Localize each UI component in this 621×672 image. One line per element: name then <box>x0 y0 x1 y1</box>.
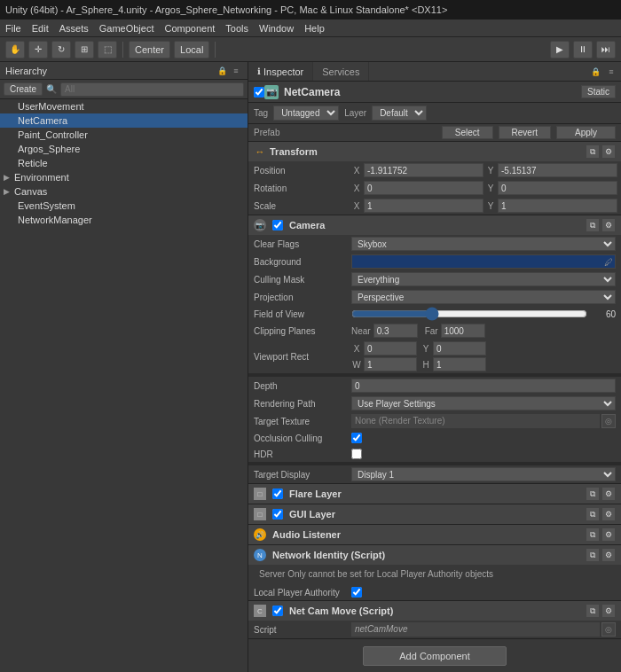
target-texture-pick-icon[interactable]: ◎ <box>601 414 616 428</box>
net-cam-move-header[interactable]: C Net Cam Move (Script) ⧉ ⚙ <box>248 601 621 621</box>
audio-copy-icon[interactable]: ⧉ <box>586 527 600 542</box>
scale-x-input[interactable] <box>364 199 483 213</box>
scale-tool-icon[interactable]: ⊞ <box>75 41 94 59</box>
hierarchy-item-networkmanager[interactable]: NetworkManager <box>0 213 248 227</box>
hdr-checkbox[interactable] <box>351 449 362 459</box>
rendering-select[interactable]: Use Player Settings <box>351 396 616 410</box>
far-input[interactable] <box>441 324 485 338</box>
local-player-checkbox[interactable] <box>351 587 362 598</box>
tab-services[interactable]: Services <box>313 62 369 81</box>
netcammove-enabled-checkbox[interactable] <box>272 606 283 616</box>
menu-window[interactable]: Window <box>259 23 294 34</box>
hierarchy-item-eventsystem[interactable]: EventSystem <box>0 199 248 213</box>
camera-header[interactable]: 📷 Camera ⧉ ⚙ <box>248 215 621 235</box>
network-identity-header[interactable]: N Network Identity (Script) ⧉ ⚙ <box>248 545 621 565</box>
hierarchy-item-argossphere[interactable]: Argos_Sphere <box>0 142 248 156</box>
menu-tools[interactable]: Tools <box>225 23 248 34</box>
menu-assets[interactable]: Assets <box>59 23 89 34</box>
camera-enabled-checkbox[interactable] <box>272 220 283 231</box>
fov-slider[interactable] <box>351 309 587 319</box>
network-copy-icon[interactable]: ⧉ <box>586 548 600 562</box>
camera-copy-icon[interactable]: ⧉ <box>586 218 600 232</box>
pause-icon[interactable]: ⏸ <box>573 41 593 59</box>
network-settings-icon[interactable]: ⚙ <box>601 548 616 562</box>
script-pick-icon[interactable]: ◎ <box>601 622 616 637</box>
projection-select[interactable]: Perspective <box>351 290 616 304</box>
background-color-field[interactable]: 🖊 <box>351 254 616 269</box>
hierarchy-item-netcamera[interactable]: NetCamera <box>0 113 248 128</box>
menu-file[interactable]: File <box>5 23 21 34</box>
transform-settings-icon[interactable]: ⚙ <box>601 145 616 159</box>
object-name[interactable]: NetCamera <box>284 86 581 98</box>
rotation-x-input[interactable] <box>364 181 483 195</box>
hierarchy-item-usermovement[interactable]: UserMovement <box>0 99 248 113</box>
gui-layer-header[interactable]: □ GUI Layer ⧉ ⚙ <box>248 504 621 524</box>
hierarchy-item-environment[interactable]: ▶ Environment <box>0 170 248 184</box>
viewport-x-input[interactable] <box>364 341 417 356</box>
gui-title: GUI Layer <box>289 509 582 520</box>
target-display-select[interactable]: Display 1 <box>351 467 616 481</box>
layer-select[interactable]: Default <box>372 105 427 121</box>
gui-copy-icon[interactable]: ⧉ <box>586 507 600 521</box>
position-x-input[interactable] <box>364 163 483 177</box>
flare-layer-header[interactable]: □ Flare Layer ⧉ ⚙ <box>248 484 621 504</box>
culling-mask-select[interactable]: Everything <box>351 272 616 286</box>
audio-settings-icon[interactable]: ⚙ <box>601 527 616 542</box>
flare-icon: □ <box>254 488 266 500</box>
prefab-revert-button[interactable]: Revert <box>499 126 551 139</box>
tag-select[interactable]: Untagged <box>273 105 339 121</box>
add-component-button[interactable]: Add Component <box>363 646 507 666</box>
hierarchy-lock-icon[interactable]: 🔒 <box>216 65 228 77</box>
gui-settings-icon[interactable]: ⚙ <box>601 507 616 521</box>
play-icon[interactable]: ▶ <box>550 41 570 59</box>
target-texture-value: None (Render Texture) ◎ <box>351 414 616 428</box>
static-button[interactable]: Static <box>581 85 616 98</box>
occlusion-checkbox[interactable] <box>351 433 362 443</box>
hierarchy-item-canvas[interactable]: ▶ Canvas <box>0 184 248 199</box>
move-tool-icon[interactable]: ✛ <box>28 41 48 59</box>
depth-input[interactable] <box>351 379 616 393</box>
viewport-y-input[interactable] <box>433 341 486 356</box>
scale-y-input[interactable] <box>498 199 617 213</box>
rect-tool-icon[interactable]: ⬚ <box>98 41 117 59</box>
vp-x-label: X <box>351 344 362 354</box>
hierarchy-create-button[interactable]: Create <box>4 82 43 96</box>
fov-value: 60 <box>351 309 616 319</box>
flare-copy-icon[interactable]: ⧉ <box>586 487 600 501</box>
hierarchy-item-paintcontroller[interactable]: Paint_Controller <box>0 128 248 142</box>
netcammove-copy-icon[interactable]: ⧉ <box>586 604 600 618</box>
rotation-y-input[interactable] <box>498 181 617 195</box>
flare-enabled-checkbox[interactable] <box>272 488 283 499</box>
audio-listener-header[interactable]: 🔊 Audio Listener ⧉ ⚙ <box>248 525 621 544</box>
position-y-input[interactable] <box>498 163 617 177</box>
prefab-select-button[interactable]: Select <box>442 126 493 139</box>
hierarchy-item-reticle[interactable]: Reticle <box>0 156 248 170</box>
object-active-checkbox[interactable] <box>254 87 264 98</box>
menu-component[interactable]: Component <box>164 23 215 34</box>
transform-header[interactable]: ↔ Transform ⧉ ⚙ <box>248 142 621 161</box>
flare-settings-icon[interactable]: ⚙ <box>601 487 616 501</box>
menu-edit[interactable]: Edit <box>32 23 49 34</box>
gui-enabled-checkbox[interactable] <box>272 509 283 520</box>
clear-flags-select[interactable]: Skybox <box>351 237 616 251</box>
viewport-w-input[interactable] <box>364 357 417 371</box>
near-input[interactable] <box>373 324 418 338</box>
local-button[interactable]: Local <box>174 41 209 59</box>
prefab-apply-button[interactable]: Apply <box>556 126 616 139</box>
hierarchy-search-input[interactable] <box>60 82 244 97</box>
viewport-h-input[interactable] <box>433 357 486 371</box>
step-icon[interactable]: ⏭ <box>596 41 616 59</box>
transform-copy-icon[interactable]: ⧉ <box>586 145 600 159</box>
hierarchy-menu-icon[interactable]: ≡ <box>230 65 242 77</box>
hand-tool-icon[interactable]: ✋ <box>5 41 25 59</box>
menu-help[interactable]: Help <box>304 23 325 34</box>
inspector-menu-icon[interactable]: ≡ <box>605 66 617 78</box>
camera-settings-icon[interactable]: ⚙ <box>601 218 616 232</box>
netcammove-settings-icon[interactable]: ⚙ <box>601 604 616 618</box>
rotate-tool-icon[interactable]: ↻ <box>51 41 71 59</box>
tab-inspector[interactable]: ℹ Inspector <box>248 62 313 81</box>
position-row: Position X Y Z <box>248 161 621 179</box>
center-button[interactable]: Center <box>129 41 170 59</box>
inspector-lock-icon[interactable]: 🔒 <box>589 66 601 78</box>
menu-gameobject[interactable]: GameObject <box>99 23 154 34</box>
